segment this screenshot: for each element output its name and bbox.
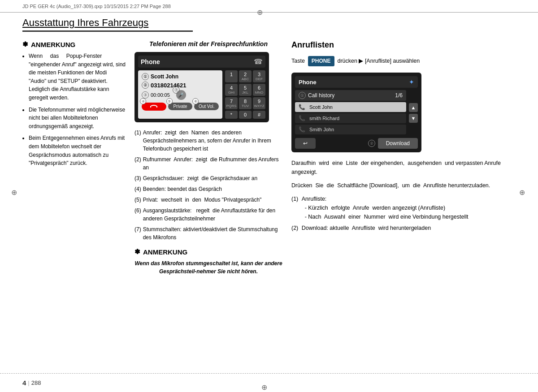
list-item: (7) Stummschalten: aktiviert/deaktiviert…: [134, 225, 282, 241]
vol-btn-area: ⑥ Out Vol.: [194, 103, 219, 111]
anmerkung-heading: ANMERKUNG: [31, 41, 75, 48]
phone2-footer: ↩ ② Download: [295, 138, 418, 149]
anruflisten-title: Anruflisten: [291, 40, 516, 50]
anmerkung-list: Wenn das Popup-Fenster "eingehender Anru…: [22, 52, 126, 168]
anmerkung-bottom: ✽ ANMERKUNG Wenn das Mikrofon stummgesch…: [134, 248, 282, 276]
end-btn-area: ④: [142, 103, 166, 111]
private-btn-area: ⑤ Private: [168, 103, 193, 111]
numbered-list: (1) Anrufer: zeigt den Namen des anderen…: [134, 129, 282, 241]
call-history-label-row: ① Call history: [299, 92, 334, 99]
key-3[interactable]: 3DEF: [253, 70, 265, 82]
item-content: Download: aktuelle Anrufliste wird herun…: [302, 224, 431, 233]
scroll-up[interactable]: ▲: [409, 103, 418, 112]
key-4[interactable]: 4GHI: [225, 84, 238, 96]
item-num: (2): [291, 224, 300, 233]
call-name: 📞 Smith John: [299, 126, 334, 133]
download-area: ② Download: [368, 138, 418, 149]
call-row-scott-john[interactable]: 📞 Scott John: [295, 102, 406, 112]
phone-number: ② 03180214621: [142, 82, 219, 89]
key-2[interactable]: 2ABC: [239, 70, 252, 82]
list-item: (2) Rufnummer Anrufer: zeigt die Rufnumm…: [134, 155, 282, 172]
phone-badge: PHONE: [308, 56, 334, 66]
list-item: (6) Ausgangslautstärke: regelt die Anruf…: [134, 207, 282, 223]
item-num: (1): [291, 194, 300, 221]
list-item: Die Telefonnummer wird möglicherweise ni…: [29, 106, 126, 131]
end-button[interactable]: [142, 103, 166, 111]
call-row-smith-richard[interactable]: 📞 smith Richard: [295, 113, 406, 123]
phone-keypad: 1 2ABC 3DEF 4GHI 5JKL 6MNO 7PQRS 8TUV 9W…: [225, 70, 265, 119]
scroll-down[interactable]: ▼: [409, 114, 418, 123]
list-item: (1) Anrufer: zeigt den Namen des anderen…: [134, 129, 282, 153]
phone-title: Phone: [141, 58, 160, 65]
key-0[interactable]: 0: [239, 111, 252, 119]
key-1[interactable]: 1: [225, 70, 238, 82]
key-hash[interactable]: #: [253, 111, 265, 119]
phone-actions: ④ ⑤ Private ⑥ Out Vol.: [142, 103, 219, 111]
item-content: Anrufliste: - Kürzlich erfolgte Anrufe w…: [302, 194, 469, 221]
phone-caller: ① Scott John: [142, 73, 219, 80]
key-5[interactable]: 5JKL: [239, 84, 252, 96]
anmerkung-bottom-title: ✽ ANMERKUNG: [134, 248, 282, 256]
phone-ui-2: Phone ✦ ① Call history 1/6: [291, 73, 421, 152]
call-rows-container: ① Call history 1/6 📞 Scott John: [295, 90, 406, 136]
call-row-smith-john[interactable]: 📞 Smith John: [295, 125, 406, 134]
key-7[interactable]: 7PQRS: [225, 97, 238, 109]
call-history-area: ① Call history 1/6 📞 Scott John: [295, 90, 418, 136]
anmerkung-section: ✽ ANMERKUNG Wenn das Popup-Fenster "eing…: [22, 40, 126, 168]
call-name: 📞 Scott John: [299, 104, 333, 110]
bottom-item-2: (2) Download: aktuelle Anrufliste wird h…: [291, 224, 516, 233]
page-num-288: 288: [31, 379, 41, 386]
right-inner: Taste PHONE drücken ▶ [Anrufliste] auswä…: [291, 56, 516, 235]
header-text: JD PE GER 4c (Audio_197-309).qxp 10/15/2…: [22, 4, 171, 9]
key-6[interactable]: 6MNO: [253, 84, 265, 96]
circle-1-phone2: ①: [299, 92, 306, 99]
anmerkung-bottom-text: Wenn das Mikrofon stummgeschaltet ist, k…: [134, 259, 282, 276]
right-text: Taste PHONE drücken ▶ [Anrufliste] auswä…: [291, 56, 516, 235]
phone2-title: Phone: [299, 79, 317, 86]
back-button[interactable]: ↩: [295, 138, 316, 149]
list-item: (5) Privat: wechselt in den Modus "Priva…: [134, 196, 282, 204]
circle-7: ⑦: [173, 86, 180, 94]
phone-icon: ☎: [254, 57, 263, 66]
key-star[interactable]: *: [225, 111, 238, 119]
left-column: ✽ ANMERKUNG Wenn das Popup-Fenster "eing…: [22, 40, 126, 370]
crosshair-top-center: [256, 8, 264, 16]
list-item: Wenn das Popup-Fenster "eingehender Anru…: [29, 52, 126, 102]
circle-5: ⑤: [166, 98, 173, 104]
desc-para-1: Daraufhin wird eine Liste der eingehende…: [291, 159, 516, 177]
bottom-item-1: (1) Anrufliste: - Kürzlich erfolgte Anru…: [291, 194, 516, 221]
outvol-button[interactable]: Out Vol.: [194, 103, 219, 110]
phone-header: Phone ☎: [138, 56, 265, 68]
circle-1: ①: [142, 73, 149, 80]
list-item: (3) Gesprächsdauer: zeigt die Gesprächsd…: [134, 174, 282, 182]
crosshair-bottom-center: [260, 383, 268, 391]
crosshair-mid-left: [10, 188, 18, 196]
circle-2-phone2: ②: [368, 140, 375, 147]
page-title-section: Ausstattung Ihres Fahrzeugs: [22, 17, 516, 32]
anmerkung-bottom-star: ✽: [134, 248, 140, 256]
call-history-header: ① Call history 1/6: [295, 90, 406, 101]
list-item: (4) Beenden: beendet das Gespräch: [134, 185, 282, 193]
call-icon: 📞: [299, 104, 305, 110]
middle-column: Telefonieren mit der Freisprechfunktion …: [134, 40, 282, 370]
title-underline: [22, 30, 193, 32]
section-title: Telefonieren mit der Freisprechfunktion: [134, 40, 282, 47]
page-num-4: 4: [22, 379, 26, 387]
desc-para-2: Drücken Sie die Schaltfläche [Download],…: [291, 181, 516, 190]
key-8[interactable]: 8TUV: [239, 97, 252, 109]
circle-2: ②: [142, 82, 149, 89]
circle-4: ④: [140, 98, 146, 104]
download-button[interactable]: Download: [378, 138, 418, 149]
crosshair-mid-right: [518, 188, 526, 196]
page-title: Ausstattung Ihres Fahrzeugs: [22, 17, 516, 29]
anmerkung-content: Wenn das Popup-Fenster "eingehender Anru…: [22, 52, 126, 168]
phone-body: ① Scott John ② 03180214621 ③ 00:00:05 ⑦ …: [138, 70, 265, 119]
call-name: 📞 smith Richard: [299, 115, 339, 121]
page-indicator: 1/6: [395, 92, 403, 99]
right-column: Anruflisten Taste PHONE drücken ▶ [Anruf…: [291, 40, 516, 370]
phone-left-panel: ① Scott John ② 03180214621 ③ 00:00:05 ⑦ …: [138, 70, 222, 119]
phone-duration: ③ 00:00:05 ⑦ 🎤: [142, 90, 219, 100]
private-button[interactable]: Private: [168, 103, 193, 110]
list-item: Beim Entgegennehmen eines Anrufs mit dem…: [29, 134, 126, 167]
key-9[interactable]: 9WXYZ: [253, 97, 265, 109]
